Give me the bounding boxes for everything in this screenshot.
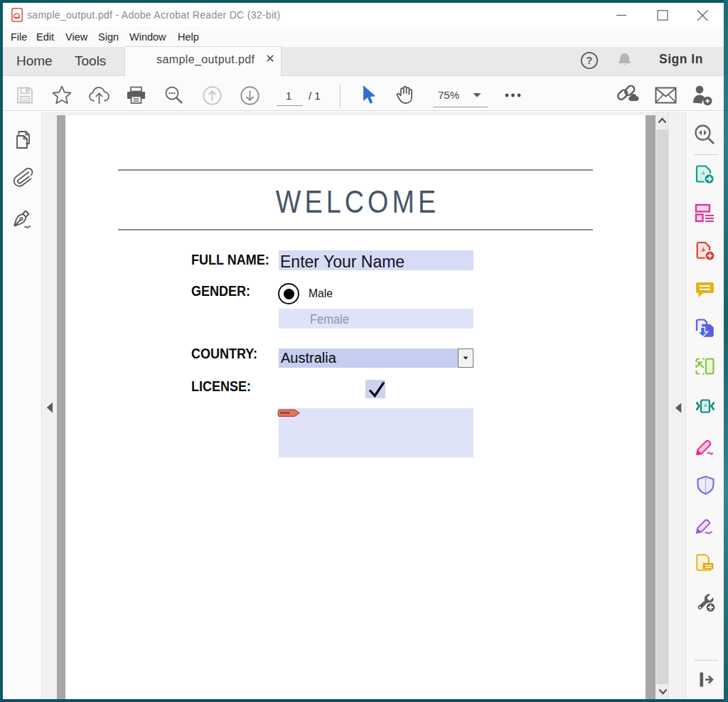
svg-text:?: ? — [587, 55, 593, 66]
